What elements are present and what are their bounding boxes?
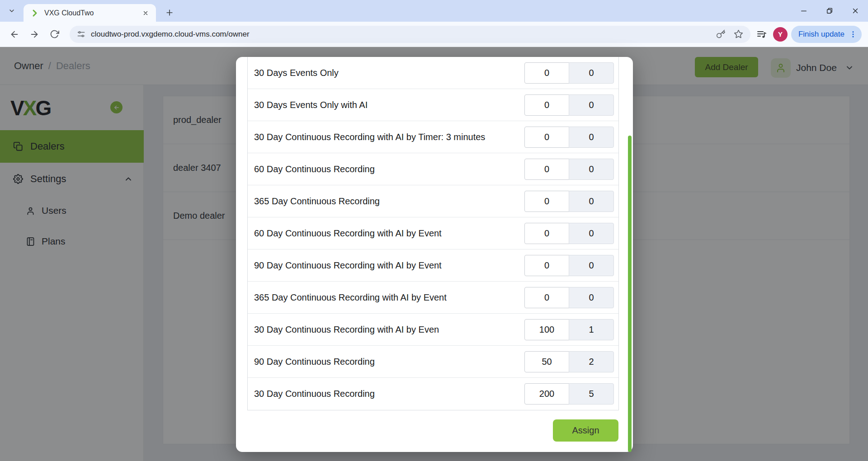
plan-row: 90 Day Continuous Recording 50 2 (248, 346, 618, 378)
plan-inputs: 50 2 (524, 351, 614, 372)
plan-assigned-value: 5 (569, 383, 614, 405)
media-controls-button[interactable] (754, 27, 769, 42)
plan-quantity-input[interactable]: 0 (524, 287, 569, 308)
plan-assigned-value: 0 (569, 223, 614, 244)
plan-row: 30 Day Continuous Recording with AI by E… (248, 314, 618, 346)
plan-inputs: 0 0 (524, 255, 614, 276)
omnibox-actions (716, 29, 743, 39)
new-tab-button[interactable] (163, 6, 176, 19)
plan-inputs: 100 1 (524, 319, 614, 340)
site-favicon-icon (31, 9, 39, 17)
app-page: Owner / Dealers Add Dealer John Doe VXG (0, 47, 868, 461)
plan-assigned-value: 0 (569, 255, 614, 276)
plan-row: 365 Day Continuous Recording with AI by … (248, 282, 618, 314)
assign-plans-modal: 30 Days Events Only 0 0 30 Days Events O… (236, 57, 633, 452)
assign-button[interactable]: Assign (553, 419, 618, 442)
plan-row: 30 Days Events Only 0 0 (248, 57, 618, 89)
plan-inputs: 0 0 (524, 223, 614, 244)
plan-assigned-value: 2 (569, 351, 614, 372)
plans-table: 30 Days Events Only 0 0 30 Days Events O… (247, 57, 619, 410)
plan-quantity-input[interactable]: 0 (524, 94, 569, 116)
browser-menu-dots-icon[interactable] (849, 30, 857, 38)
plan-name: 365 Day Continuous Recording with AI by … (254, 292, 447, 303)
chevron-down-icon (8, 7, 15, 14)
plan-name: 365 Day Continuous Recording (254, 196, 380, 207)
finish-update-button[interactable]: Finish update (791, 26, 862, 43)
plan-name: 30 Days Events Only (254, 68, 339, 78)
site-info-icon[interactable] (77, 30, 85, 38)
plan-assigned-value: 1 (569, 319, 614, 340)
forward-button[interactable] (26, 26, 42, 42)
plan-assigned-value: 0 (569, 191, 614, 212)
plan-inputs: 0 0 (524, 159, 614, 180)
plan-row: 60 Day Continuous Recording 0 0 (248, 153, 618, 185)
plan-assigned-value: 0 (569, 62, 614, 84)
url-host: cloudtwo-prod.vxgdemo.cloud-vms.com (91, 30, 226, 38)
modal-scrollbar-thumb[interactable] (628, 136, 632, 452)
window-controls (791, 0, 868, 22)
plan-name: 30 Days Events Only with AI (254, 100, 368, 110)
plan-name: 90 Day Continuous Recording with AI by E… (254, 260, 442, 271)
plan-row: 30 Days Events Only with AI 0 0 (248, 89, 618, 121)
browser-window: VXG CloudTwo (0, 0, 868, 461)
plan-quantity-input[interactable]: 0 (524, 255, 569, 276)
plan-inputs: 0 0 (524, 191, 614, 212)
plan-inputs: 0 0 (524, 127, 614, 148)
reload-button[interactable] (46, 26, 62, 42)
plan-assigned-value: 0 (569, 159, 614, 180)
plan-inputs: 0 0 (524, 287, 614, 308)
finish-update-label: Finish update (798, 30, 844, 39)
tab-strip: VXG CloudTwo (0, 0, 868, 22)
plan-name: 30 Day Continuous Recording (254, 389, 375, 399)
plan-assigned-value: 0 (569, 127, 614, 148)
browser-toolbar: cloudtwo-prod.vxgdemo.cloud-vms.com/owne… (0, 22, 868, 47)
plan-quantity-input[interactable]: 0 (524, 159, 569, 180)
plan-row: 30 Day Continuous Recording with AI by T… (248, 121, 618, 153)
close-window-button[interactable] (842, 0, 868, 22)
tab-close-button[interactable] (141, 8, 151, 18)
restore-button[interactable] (816, 0, 842, 22)
bookmark-star-icon[interactable] (734, 29, 743, 39)
plan-name: 30 Day Continuous Recording with AI by E… (254, 325, 439, 335)
url-text: cloudtwo-prod.vxgdemo.cloud-vms.com/owne… (91, 30, 250, 39)
back-button[interactable] (6, 26, 23, 42)
minimize-button[interactable] (791, 0, 816, 22)
browser-tab[interactable]: VXG CloudTwo (24, 4, 156, 22)
plan-assigned-value: 0 (569, 94, 614, 116)
plan-row: 365 Day Continuous Recording 0 0 (248, 185, 618, 217)
plan-inputs: 0 0 (524, 62, 614, 84)
browser-profile-avatar[interactable]: Y (773, 27, 788, 42)
plan-quantity-input[interactable]: 50 (524, 351, 569, 372)
password-key-icon[interactable] (716, 29, 726, 39)
plan-row: 90 Day Continuous Recording with AI by E… (248, 249, 618, 282)
tab-title: VXG CloudTwo (44, 9, 141, 17)
plan-quantity-input[interactable]: 0 (524, 223, 569, 244)
plan-quantity-input[interactable]: 200 (524, 383, 569, 405)
plan-quantity-input[interactable]: 0 (524, 191, 569, 212)
plan-name: 30 Day Continuous Recording with AI by T… (254, 132, 485, 142)
plan-row: 30 Day Continuous Recording 200 5 (248, 378, 618, 410)
url-path: /owner (226, 30, 250, 38)
plan-quantity-input[interactable]: 0 (524, 62, 569, 84)
plan-name: 60 Day Continuous Recording (254, 164, 375, 174)
plan-row: 60 Day Continuous Recording with AI by E… (248, 217, 618, 249)
plan-inputs: 200 5 (524, 383, 614, 405)
plan-inputs: 0 0 (524, 94, 614, 116)
plan-quantity-input[interactable]: 0 (524, 127, 569, 148)
plan-name: 60 Day Continuous Recording with AI by E… (254, 228, 442, 239)
tab-search-button[interactable] (5, 4, 19, 18)
plan-name: 90 Day Continuous Recording (254, 357, 375, 367)
plan-quantity-input[interactable]: 100 (524, 319, 569, 340)
plan-assigned-value: 0 (569, 287, 614, 308)
address-bar[interactable]: cloudtwo-prod.vxgdemo.cloud-vms.com/owne… (70, 26, 750, 43)
